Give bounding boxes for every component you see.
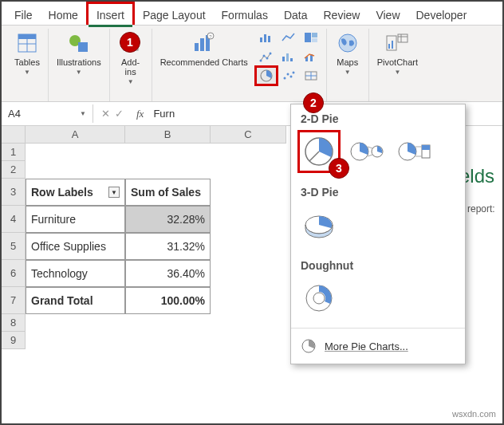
callout-1: 1 [120,32,140,53]
row-header[interactable]: 5 [2,233,26,260]
line-chart-button[interactable] [278,29,299,46]
row-header[interactable]: 9 [2,332,26,349]
recommended-charts-button[interactable]: ? Recommended Charts [157,29,251,69]
callout-2: 2 [303,92,324,113]
pie-chart-button[interactable] [256,67,277,85]
col-header-b[interactable]: B [125,126,211,144]
svg-point-25 [269,53,271,55]
row-header[interactable]: 6 [2,260,26,287]
svg-rect-1 [18,34,36,39]
dropdown-arrow-icon: ▼ [24,69,30,76]
confirm-icon[interactable]: ✓ [115,108,124,120]
doughnut-basic[interactable] [301,280,337,317]
dropdown-arrow-icon: ▼ [345,69,351,76]
statistic-chart-button[interactable] [278,48,299,65]
svg-rect-43 [398,34,408,42]
tab-file[interactable]: File [6,4,41,25]
pivot-grandtotal-label[interactable]: Grand Total [26,287,125,314]
cancel-icon[interactable]: ✕ [101,108,110,120]
svg-point-35 [292,72,294,74]
pivot-row-label[interactable]: Technology [26,260,125,287]
illustrations-button[interactable]: Illustrations ▼ [53,29,104,77]
pivot-row-label[interactable]: Office Supplies [26,233,125,260]
tab-data[interactable]: Data [276,4,316,25]
svg-line-50 [368,147,372,148]
svg-point-34 [289,76,292,78]
dropdown-arrow-icon: ▼ [76,69,82,76]
scatter-chart-button[interactable] [278,67,299,85]
charts-type-grid [256,29,321,85]
pivotchart-button[interactable]: PivotChart ▼ [374,29,421,77]
tab-page-layout[interactable]: Page Layout [135,4,214,25]
svg-rect-21 [312,38,317,42]
svg-rect-19 [305,33,311,42]
shapes-icon [66,30,92,56]
panel-title-fragment: elds [459,165,502,187]
svg-rect-27 [286,53,289,61]
panel-subtext-fragment: o report: [459,203,502,214]
svg-rect-18 [268,36,270,42]
ribbon-body: Tables ▼ Illustrations ▼ Add-ins ▼ ? Rec… [2,26,502,102]
row-header[interactable]: 4 [2,206,26,233]
pivot-rowlabels-text: Row Labels [31,186,93,199]
svg-point-23 [262,55,265,57]
pivotchart-label: PivotChart [377,57,418,67]
svg-rect-41 [388,44,390,49]
bar-of-pie[interactable] [396,133,433,170]
dropdown-arrow-icon: ▼ [394,69,400,76]
svg-point-24 [266,57,268,60]
combo-chart-button[interactable] [301,48,321,65]
pivot-header-sum[interactable]: Sum of Sales [125,179,211,206]
row-header[interactable]: 7 [2,287,26,314]
name-box[interactable]: A4 ▼ [2,104,93,123]
col-header-a[interactable]: A [26,126,125,144]
tab-view[interactable]: View [368,4,408,25]
tables-button[interactable]: Tables ▼ [11,29,43,77]
svg-rect-5 [78,42,88,52]
group-tables: Tables ▼ [6,29,49,101]
filter-dropdown-icon[interactable]: ▼ [108,187,120,198]
row-header[interactable]: 3 [2,179,26,206]
section-doughnut: Doughnut [291,251,465,277]
maps-button[interactable]: Maps ▼ [332,29,364,77]
hierarchy-chart-button[interactable] [256,48,277,65]
treemap-chart-button[interactable] [301,29,321,46]
row-header[interactable]: 8 [2,314,26,332]
group-maps: Maps ▼ [327,29,369,101]
addins-label: Add-ins [121,57,140,77]
watermark: wsxdn.com [452,409,496,419]
row-header[interactable]: 1 [2,144,26,161]
pivot-row-label[interactable]: Furniture [26,206,125,233]
pivot-row-value[interactable]: 36.40% [125,260,211,287]
pie-3d-basic[interactable] [301,207,337,243]
tab-review[interactable]: Review [316,4,368,25]
svg-line-51 [368,155,372,156]
pivot-grandtotal-value[interactable]: 100.00% [125,287,211,314]
svg-rect-17 [264,34,266,42]
row-header[interactable]: 2 [2,161,26,179]
table-icon [14,30,40,56]
tab-home[interactable]: Home [41,4,86,25]
more-pie-charts[interactable]: More Pie Charts... [291,332,465,360]
tab-developer[interactable]: Developer [408,4,475,25]
svg-rect-42 [392,41,393,49]
select-all-corner[interactable] [2,126,26,144]
pie-of-pie[interactable] [348,133,385,170]
pivot-row-value[interactable]: 32.28% [125,206,211,233]
name-box-value: A4 [8,108,21,120]
fx-icon[interactable]: fx [132,108,148,120]
group-illustrations: Illustrations ▼ [49,29,110,101]
pivot-row-value[interactable]: 31.32% [125,233,211,260]
more-pie-label: More Pie Charts... [325,340,408,352]
svg-point-33 [286,73,289,76]
pivot-header-rowlabels[interactable]: Row Labels ▼ [26,179,125,206]
tab-formulas[interactable]: Formulas [214,4,276,25]
formula-bar-buttons: ✕ ✓ [93,108,132,120]
dropdown-arrow-icon: ▼ [80,110,86,117]
svg-rect-16 [260,37,262,42]
tab-insert[interactable]: Insert [86,2,135,25]
surface-chart-button[interactable] [301,67,321,85]
column-chart-button[interactable] [256,29,277,46]
section-3d-pie: 3-D Pie [291,178,465,203]
col-header-c[interactable]: C [211,126,286,144]
